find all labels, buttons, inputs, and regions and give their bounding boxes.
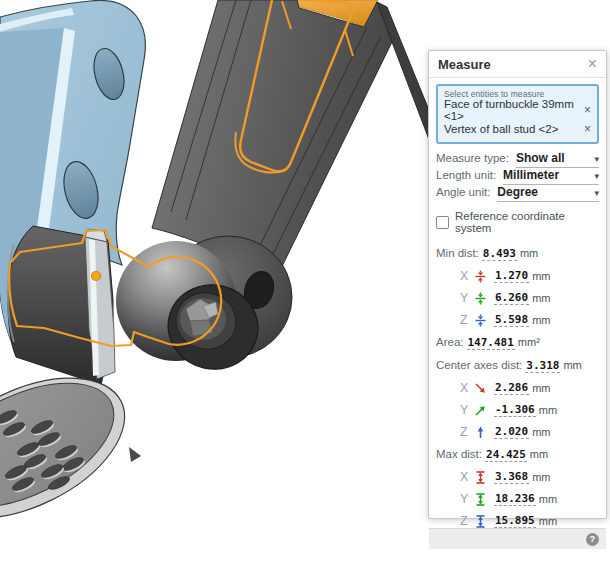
min-dist-z-value[interactable]: 5.598 [494,313,529,327]
area-value[interactable]: 147.481 [467,336,515,350]
unit-label: mm [532,426,550,438]
angle-unit-label: Angle unit: [436,186,490,198]
turnbuckle-side-facet [377,2,433,150]
axis-z-label: Z [460,425,471,439]
measure-panel-header: Measure × [429,51,606,78]
chevron-down-icon: ▾ [594,188,599,198]
angle-unit-value: Degree [497,185,538,199]
selected-entity-chip: Face of turnbuckle 39mm <1> × [444,100,591,119]
unit-label: mm [532,270,550,282]
length-unit-value: Millimeter [503,168,559,182]
min-dist-label: Min dist: [436,247,479,259]
min-dist-value[interactable]: 8.493 [482,247,517,261]
max-dist-y-value[interactable]: 18.236 [494,492,536,506]
center-dist-y-row: Y -1.306 mm [460,403,599,417]
selected-entity-chip: Vertex of ball stud <2> × [444,119,591,138]
axis-z-label: Z [460,313,471,327]
unit-label: mm [532,314,550,326]
help-icon[interactable]: ? [586,533,599,546]
max-dist-value[interactable]: 24.425 [485,448,527,462]
center-dist-y-value[interactable]: -1.306 [494,403,536,417]
reference-coordinate-row: Reference coordinate system [436,210,599,234]
selected-vertex-marker [92,272,101,281]
length-unit-row: Length unit: Millimeter ▾ [436,168,599,185]
angle-unit-row: Angle unit: Degree ▾ [436,185,599,202]
min-dist-x-value[interactable]: 1.270 [494,269,529,283]
chevron-down-icon: ▾ [594,154,599,164]
area-label: Area: [436,336,464,348]
entity-selection-box[interactable]: Select entities to measure Face of turnb… [436,84,599,144]
unit-label: mm [532,292,550,304]
axis-y-label: Y [460,403,471,417]
selected-entity-label: Vertex of ball stud <2> [444,123,558,135]
unit-label: mm [539,404,557,416]
min-dist-z-row: Z 5.598 mm [460,313,599,327]
remove-entity-icon[interactable]: × [580,103,591,117]
min-dist-icon [474,292,487,305]
center-dist-x-value[interactable]: 2.286 [494,381,529,395]
length-unit-dropdown[interactable]: Millimeter ▾ [503,168,599,185]
center-dist-z-value[interactable]: 2.020 [494,425,529,439]
measurement-results: Min dist: 8.493 mm X 1.270 mm Y [436,238,599,528]
max-dist-x-row: X 3.368 mm [460,470,599,484]
span-icon [474,493,487,506]
min-dist-row: Min dist: 8.493 mm [436,247,599,261]
min-dist-icon [474,314,487,327]
reference-coordinate-label: Reference coordinate system [455,210,599,234]
center-dist-x-row: X 2.286 mm [460,381,599,395]
axis-x-label: X [460,470,471,484]
angle-unit-dropdown[interactable]: Degree ▾ [497,185,599,202]
measure-panel: Measure × Select entities to measure Fac… [428,50,607,519]
measure-type-value: Show all [516,151,565,165]
area-unit: mm² [518,336,540,348]
unit-label: mm [539,493,557,505]
area-row: Area: 147.481 mm² [436,336,599,350]
length-unit-label: Length unit: [436,169,496,181]
unit-label: mm [532,471,550,483]
center-axes-dist-label: Center axes dist: [436,359,522,371]
min-dist-y-row: Y 6.260 mm [460,291,599,305]
max-dist-z-value[interactable]: 15.895 [494,514,536,528]
axis-y-label: Y [460,492,471,506]
axis-x-label: X [460,381,471,395]
remove-entity-icon[interactable]: × [580,122,591,136]
hex-socket-facet [190,320,213,336]
panel-title: Measure [438,57,491,72]
max-dist-unit: mm [530,448,548,460]
center-axes-dist-unit: mm [563,359,581,371]
measure-panel-footer: ? [429,528,606,549]
max-dist-x-value[interactable]: 3.368 [494,470,529,484]
chevron-down-icon: ▾ [594,171,599,181]
selected-entity-label: Face of turnbuckle 39mm <1> [444,98,580,122]
measure-type-row: Measure type: Show all ▾ [436,151,599,168]
unit-label: mm [532,382,550,394]
close-icon[interactable]: × [588,56,597,72]
axis-x-label: X [460,269,471,283]
min-dist-icon [474,270,487,283]
perforated-disc-part[interactable] [0,349,147,546]
span-icon [474,515,487,528]
arrow-up-icon [474,426,487,439]
arrow-up-right-icon [474,404,487,417]
min-dist-y-value[interactable]: 6.260 [494,291,529,305]
axis-z-label: Z [460,514,471,528]
arrow-down-right-icon [474,382,487,395]
min-dist-x-row: X 1.270 mm [460,269,599,283]
unit-label: mm [539,515,557,527]
onshape-workspace: { "viewport": { "background": "#ffffff",… [0,0,610,564]
part-fragment [129,447,141,462]
max-dist-label: Max dist: [436,448,482,460]
max-dist-z-row: Z 15.895 mm [460,514,599,528]
reference-coordinate-checkbox[interactable] [436,216,449,229]
center-dist-z-row: Z 2.020 mm [460,425,599,439]
axis-y-label: Y [460,291,471,305]
min-dist-unit: mm [520,247,538,259]
max-dist-row: Max dist: 24.425 mm [436,448,599,462]
measure-type-label: Measure type: [436,152,509,164]
center-axes-dist-value[interactable]: 3.318 [525,359,560,373]
max-dist-y-row: Y 18.236 mm [460,492,599,506]
center-axes-dist-row: Center axes dist: 3.318 mm [436,359,599,373]
measure-type-dropdown[interactable]: Show all ▾ [516,151,599,168]
span-icon [474,471,487,484]
